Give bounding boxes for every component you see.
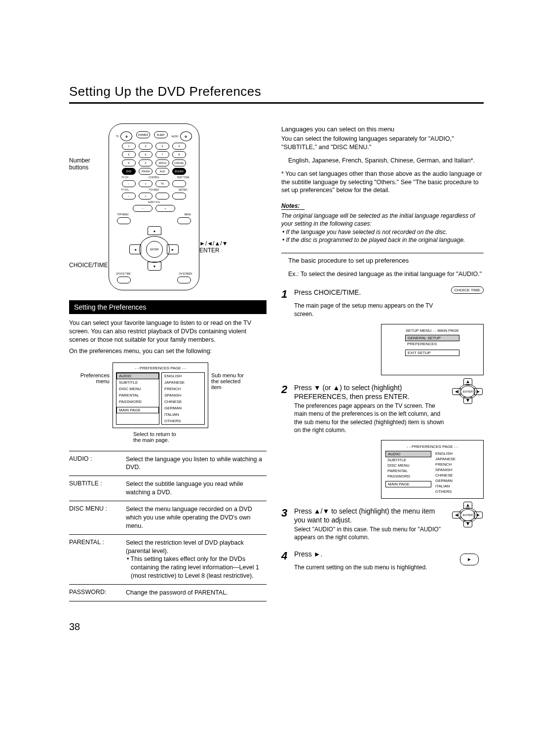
label-sub-menu: Sub menu for the selected item xyxy=(211,372,252,390)
notes-heading: Notes: xyxy=(281,202,305,210)
step-4-text: Press ►. xyxy=(294,550,322,558)
label-tvvideo: TV/VIDEO xyxy=(144,189,164,191)
intro-text: You can select your favorite language to… xyxy=(69,319,266,344)
remote-body: TV ⏻ DIMMER SLEEP AUDIO ⏻ 1 2 xyxy=(109,123,199,290)
def-def: Select the menu language recorded on a D… xyxy=(126,505,266,530)
step-4-sub: The current setting on the sub menu is h… xyxy=(294,563,456,571)
def-def: Select the language you listen to while … xyxy=(126,455,266,472)
pref-sub-item: ITALIAN xyxy=(162,411,204,418)
pref-page-item: AUDIO xyxy=(385,451,431,457)
tvvideo-button[interactable] xyxy=(155,193,169,199)
arrow-up-button[interactable]: ▲ xyxy=(148,226,161,235)
step-1-text: Press CHOICE/TIME. xyxy=(294,288,361,297)
step-2-sub: The preferences page appears on the TV s… xyxy=(294,402,447,434)
pref-sub-item: JAPANESE xyxy=(162,379,204,386)
dimmer-button[interactable]: DIMMER xyxy=(136,131,150,138)
def-row: AUDIO : Select the language you listen t… xyxy=(69,451,266,476)
label-muting: MUTING xyxy=(173,189,193,191)
label-testtone: TEST TONE xyxy=(173,176,193,179)
label-menu: MENU xyxy=(185,213,191,216)
languages-body2: English, Japanese, French, Spanish, Chin… xyxy=(281,157,484,165)
step-number-3: 3 xyxy=(281,507,290,519)
label-tvch: TV CH xyxy=(115,176,135,179)
step-number-2: 2 xyxy=(281,383,290,396)
pref-box-header: - - PREFERENCES PAGE - - xyxy=(116,366,205,370)
muting-button[interactable] xyxy=(172,193,186,199)
def-def: Change the password of PARENTAL. xyxy=(126,589,266,597)
def-def: Select the restriction level of DVD play… xyxy=(126,539,266,580)
num-2-button[interactable]: 2 xyxy=(139,143,152,150)
fmam-src-button[interactable]: FM/AM xyxy=(139,168,152,175)
audiovol-minus-button[interactable]: − xyxy=(133,205,152,212)
sound-button[interactable]: SOUND xyxy=(172,168,186,175)
pref-page-sub: FRENCH xyxy=(433,462,479,467)
tvch-minus-button[interactable]: − xyxy=(122,180,136,187)
tv-power-button[interactable]: ⏻ xyxy=(120,131,132,141)
section-header: Setting the Preferences xyxy=(69,300,266,314)
num-0-button[interactable]: 0 xyxy=(139,159,152,166)
audio-power-button[interactable]: ⏻ xyxy=(180,131,192,141)
num-5-button[interactable]: 5 xyxy=(122,151,136,158)
def-term: DISC MENU : xyxy=(69,505,126,530)
pref-item: SUBTITLE xyxy=(116,379,159,386)
step-2-text: Press ▼ (or ▲) to select (highlight) PRE… xyxy=(294,383,447,401)
pref-page-sub: SPANISH xyxy=(433,467,479,473)
aux-src-button[interactable]: AUX xyxy=(155,168,169,175)
sleep-button[interactable]: SLEEP xyxy=(154,131,168,138)
procedure-heading: The basic procedure to set up preference… xyxy=(281,256,484,265)
num-3-button[interactable]: 3 xyxy=(155,143,169,150)
pref-page-sub: ITALIAN xyxy=(433,483,479,489)
pref-sub-item: SPANISH xyxy=(162,392,204,398)
num-6-button[interactable]: 6 xyxy=(139,151,152,158)
languages-heading: Languages you can select on this menu xyxy=(281,125,484,133)
label-topmenu: TOP MENU xyxy=(117,213,129,216)
tvvol-plus-button[interactable]: + xyxy=(139,193,152,199)
menu-button[interactable] xyxy=(177,217,191,224)
cancel-button[interactable]: CANCEL xyxy=(172,159,186,166)
pref-item: AUDIO xyxy=(116,373,159,379)
tvvol-minus-button[interactable]: − xyxy=(122,193,136,199)
choicetime-button[interactable] xyxy=(117,277,131,283)
intro-text2: On the preferences menu, you can set the… xyxy=(69,347,266,356)
num-8-button[interactable]: 8 xyxy=(172,151,186,158)
num-9-button[interactable]: 9 xyxy=(122,159,136,166)
pref-sub-item: ENGLISH xyxy=(162,373,204,379)
def-term: SUBTITLE : xyxy=(69,480,126,497)
top-menu-button[interactable] xyxy=(117,217,131,224)
pref-page-item: SUBTITLE xyxy=(385,457,431,463)
pref-item: PASSWORD xyxy=(116,398,159,405)
page-title: Setting Up the DVD Preferences xyxy=(69,84,484,104)
num-4-button[interactable]: 4 xyxy=(172,143,186,150)
spacer-button[interactable] xyxy=(172,180,186,187)
setup-menu-item: EXIT SETUP xyxy=(405,350,459,356)
pref-page-sub: JAPANESE xyxy=(433,456,479,462)
def-def: Select the subtitle language you read wh… xyxy=(126,480,266,497)
pref-caption: Select to return to the main page. xyxy=(133,431,266,443)
num-10-button[interactable]: 10/0/11 xyxy=(155,159,169,166)
languages-body1: You can select the following languages s… xyxy=(281,135,484,152)
label-onscreen: ON SCREEN xyxy=(179,273,192,275)
enter-button[interactable]: ENTER xyxy=(146,241,163,258)
dpad-diagram-3: ▲ ▼ ◄ ► ENTER xyxy=(451,502,484,527)
setup-menu-item: GENERAL SETUP xyxy=(405,335,459,341)
pref-item-mainpage: MAIN PAGE xyxy=(116,407,159,413)
def-row: PASSWORD: Change the password of PARENTA… xyxy=(69,584,266,601)
label-control: CONTROL xyxy=(144,176,164,179)
num-1-button[interactable]: 1 xyxy=(122,143,136,150)
dvd-src-button[interactable]: DVD xyxy=(122,168,136,175)
step-3-text: Press ▲/▼ to select (highlight) the menu… xyxy=(294,507,447,524)
pref-page-sub: ENGLISH xyxy=(433,451,479,456)
def-row: DISC MENU : Select the menu language rec… xyxy=(69,501,266,534)
num-7-button[interactable]: 7 xyxy=(155,151,169,158)
arrow-down-button[interactable]: ▼ xyxy=(148,262,161,271)
onscreen-button[interactable] xyxy=(177,277,191,283)
enter-center-icon: ENTER xyxy=(460,386,475,398)
pref-page-item: DISC MENU xyxy=(385,463,431,468)
tv-control-button[interactable]: TV xyxy=(155,180,169,187)
step-1-sub: The main page of the setup menu appears … xyxy=(294,302,447,318)
def-row: SUBTITLE : Select the subtitle language … xyxy=(69,476,266,501)
label-tv: TV xyxy=(116,135,119,138)
tvch-plus-button[interactable]: + xyxy=(139,180,152,187)
pref-page-item: MAIN PAGE xyxy=(385,481,431,487)
audiovol-plus-button[interactable]: + xyxy=(155,205,175,212)
